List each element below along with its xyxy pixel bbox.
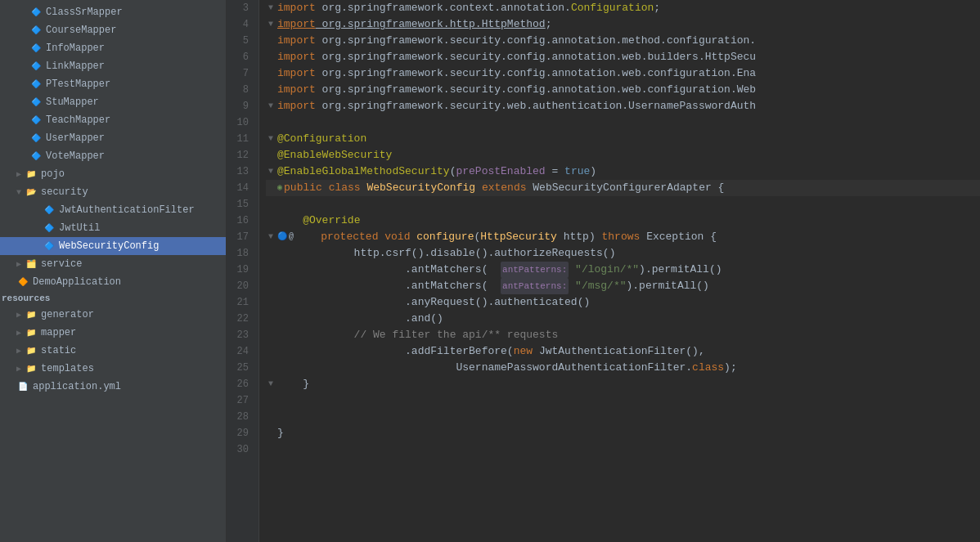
code-line-19: .antMatchers( antPatterns: "/login/*").p… (266, 262, 980, 278)
code-line-15 (266, 196, 980, 213)
class-icon: 🔷 (29, 150, 43, 163)
code-line-17: ▼ 🔵 @ protected void configure(HttpSecur… (266, 229, 980, 245)
sidebar-item-application-yml[interactable]: 📄 application.yml (0, 378, 226, 396)
sidebar-item-TeachMapper[interactable]: 🔷 TeachMapper (0, 111, 226, 129)
class-icon: 🔶 (16, 275, 29, 289)
code-line-23: // We filter the api/** requests (266, 327, 980, 343)
sidebar-item-label: TeachMapper (46, 114, 110, 126)
line-num-28: 28 (230, 409, 252, 425)
sidebar-item-JwtAuthenticationFilter[interactable]: 🔷 JwtAuthenticationFilter (0, 201, 226, 219)
fold-btn-11[interactable]: ▼ (266, 134, 276, 144)
sidebar-item-label: ClassSrMapper (46, 7, 123, 18)
gutter-icon-17b: @ (289, 229, 294, 245)
code-line-16: @Override (266, 213, 980, 229)
sidebar-item-JwtUtil[interactable]: 🔷 JwtUtil (0, 219, 226, 237)
line-num-22: 22 (230, 311, 252, 327)
expand-icon: ▶ (16, 328, 21, 338)
sidebar-item-ClassSrMapper[interactable]: 🔷 ClassSrMapper (0, 3, 226, 21)
sidebar-item-label: StuMapper (46, 96, 99, 108)
code-editor[interactable]: 3 4 5 6 7 8 9 10 11 12 13 14 15 16 17 18… (227, 0, 980, 542)
line-num-21: 21 (230, 294, 252, 311)
fold-btn-13[interactable]: ▼ (266, 167, 276, 177)
line-num-6: 6 (230, 49, 252, 65)
folder-icon: 📁 (25, 326, 38, 339)
sidebar-item-StuMapper[interactable]: 🔷 StuMapper (0, 93, 226, 111)
code-content: ▼ import org.springframework.context.ann… (259, 0, 980, 542)
code-line-21: .anyRequest().authenticated() (266, 294, 980, 311)
code-line-7: import org.springframework.security.conf… (266, 65, 980, 82)
line-num-29: 29 (230, 425, 252, 441)
line-num-26: 26 (230, 376, 252, 392)
folder-icon: 📁 (25, 168, 38, 181)
expand-icon: ▶ (16, 310, 21, 320)
class-icon: 🔷 (29, 132, 43, 145)
line-num-7: 7 (230, 65, 252, 82)
fold-btn-9[interactable]: ▼ (266, 101, 276, 111)
sidebar-item-label: application.yml (33, 381, 121, 392)
folder-icon: 📁 (25, 344, 38, 357)
line-num-25: 25 (230, 360, 252, 376)
fold-btn-3[interactable]: ▼ (266, 3, 276, 13)
line-num-17: 17 (230, 229, 252, 245)
fold-btn-4[interactable]: ▼ (266, 20, 276, 29)
line-num-15: 15 (230, 196, 252, 213)
gutter-icon-17a: 🔵 (277, 229, 287, 245)
fold-btn-26[interactable]: ▼ (266, 379, 276, 389)
class-icon: 🔷 (29, 96, 43, 109)
sidebar-item-service[interactable]: ▶ 🗂️ service (0, 255, 226, 273)
sidebar-item-DemoApplication[interactable]: 🔶 DemoApplication (0, 273, 226, 291)
code-line-18: http.csrf().disable().authorizeRequests(… (266, 245, 980, 262)
line-num-10: 10 (230, 114, 252, 131)
file-tree[interactable]: 🔷 ClassSrMapper 🔷 CourseMapper 🔷 InfoMap… (0, 0, 227, 542)
sidebar-item-label: DemoApplication (33, 276, 121, 288)
sidebar-item-label: WebSecurityConfig (59, 240, 159, 252)
code-line-25: UsernamePasswordAuthenticationFilter.cla… (266, 360, 980, 376)
sidebar-item-label: service (41, 258, 82, 270)
sidebar-item-LinkMapper[interactable]: 🔷 LinkMapper (0, 57, 226, 75)
line-num-30: 30 (230, 441, 252, 458)
code-line-20: .antMatchers( antPatterns: "/msg/*").per… (266, 278, 980, 294)
code-line-4: ▼ import org.springframework.http.HttpMe… (266, 16, 980, 33)
sidebar-item-PTestMapper[interactable]: 🔷 PTestMapper (0, 75, 226, 93)
class-icon: 🔷 (29, 42, 43, 55)
sidebar-item-templates[interactable]: ▶ 📁 templates (0, 360, 226, 378)
code-line-30 (266, 441, 980, 458)
sidebar-item-UserMapper[interactable]: 🔷 UserMapper (0, 129, 226, 147)
sidebar-item-label: InfoMapper (46, 43, 105, 54)
sidebar-item-label: pojo (41, 168, 65, 180)
sidebar-item-label: static (41, 345, 76, 356)
expand-icon: ▶ (16, 169, 21, 179)
sidebar-item-static[interactable]: ▶ 📁 static (0, 342, 226, 360)
line-num-23: 23 (230, 327, 252, 343)
sidebar-item-label: generator (41, 309, 94, 320)
class-icon: 🔷 (29, 114, 43, 127)
sidebar-item-label: PTestMapper (46, 78, 110, 90)
code-line-6: import org.springframework.security.conf… (266, 49, 980, 65)
sidebar-item-WebSecurityConfig[interactable]: 🔷 WebSecurityConfig (0, 237, 226, 255)
sidebar-item-label: UserMapper (46, 132, 105, 144)
line-num-5: 5 (230, 33, 252, 49)
sidebar-item-mapper[interactable]: ▶ 📁 mapper (0, 324, 226, 342)
sidebar-item-label: JwtUtil (59, 222, 100, 234)
line-num-12: 12 (230, 147, 252, 163)
code-line-13: ▼ @EnableGlobalMethodSecurity(prePostEna… (266, 163, 980, 180)
line-num-11: 11 (230, 131, 252, 147)
sidebar-item-security[interactable]: ▼ 📂 security (0, 183, 226, 201)
fold-btn-17[interactable]: ▼ (266, 232, 276, 242)
line-num-13: 13 (230, 163, 252, 180)
folder-icon: 📁 (25, 362, 38, 375)
line-num-9: 9 (230, 98, 252, 114)
sidebar-item-pojo[interactable]: ▶ 📁 pojo (0, 165, 226, 183)
line-num-20: 20 (230, 278, 252, 294)
class-icon: 🔷 (43, 222, 56, 235)
sidebar-item-VoteMapper[interactable]: 🔷 VoteMapper (0, 147, 226, 165)
sidebar-item-label: LinkMapper (46, 60, 105, 72)
sidebar-item-generator[interactable]: ▶ 📁 generator (0, 306, 226, 324)
gutter-icon-14: ◉ (277, 180, 282, 196)
code-line-12: @EnableWebSecurity (266, 147, 980, 163)
code-line-11: ▼ @Configuration (266, 131, 980, 147)
sidebar-item-InfoMapper[interactable]: 🔷 InfoMapper (0, 39, 226, 57)
sidebar-item-label: VoteMapper (46, 150, 105, 162)
sidebar-item-label: security (41, 186, 88, 198)
sidebar-item-CourseMapper[interactable]: 🔷 CourseMapper (0, 21, 226, 39)
